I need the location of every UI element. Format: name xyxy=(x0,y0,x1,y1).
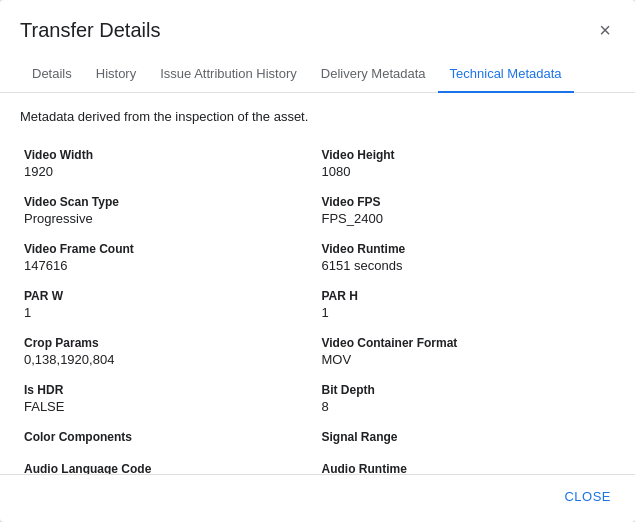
meta-item: Video Container Format MOV xyxy=(318,328,616,375)
tab-history[interactable]: History xyxy=(84,56,148,93)
section-description: Metadata derived from the inspection of … xyxy=(20,109,615,124)
meta-item: PAR H 1 xyxy=(318,281,616,328)
tab-delivery-metadata[interactable]: Delivery Metadata xyxy=(309,56,438,93)
meta-value: FPS_2400 xyxy=(322,211,612,226)
meta-item: PAR W 1 xyxy=(20,281,318,328)
meta-label: Video Height xyxy=(322,148,612,162)
meta-item: Video Frame Count 147616 xyxy=(20,234,318,281)
meta-item: Audio Language Code xyxy=(20,454,318,474)
meta-label: Audio Runtime xyxy=(322,462,612,474)
meta-label: Video FPS xyxy=(322,195,612,209)
content-area: Metadata derived from the inspection of … xyxy=(0,93,635,474)
meta-value: 0,138,1920,804 xyxy=(24,352,314,367)
meta-label: Video Frame Count xyxy=(24,242,314,256)
meta-label: Is HDR xyxy=(24,383,314,397)
meta-value: Progressive xyxy=(24,211,314,226)
meta-value: FALSE xyxy=(24,399,314,414)
meta-item: Video Height 1080 xyxy=(318,140,616,187)
meta-value: 6151 seconds xyxy=(322,258,612,273)
meta-label: Video Runtime xyxy=(322,242,612,256)
meta-item: Color Components xyxy=(20,422,318,454)
meta-item: Video Scan Type Progressive xyxy=(20,187,318,234)
tab-issue-attribution-history[interactable]: Issue Attribution History xyxy=(148,56,309,93)
meta-value: 1 xyxy=(322,305,612,320)
meta-item: Signal Range xyxy=(318,422,616,454)
tab-technical-metadata[interactable]: Technical Metadata xyxy=(438,56,574,93)
content-wrapper: Metadata derived from the inspection of … xyxy=(0,93,635,474)
transfer-details-dialog: Transfer Details × Details History Issue… xyxy=(0,0,635,522)
close-icon-button[interactable]: × xyxy=(595,16,615,44)
meta-label: PAR H xyxy=(322,289,612,303)
meta-value: 1 xyxy=(24,305,314,320)
meta-item: Video Width 1920 xyxy=(20,140,318,187)
meta-value: 8 xyxy=(322,399,612,414)
dialog-title: Transfer Details xyxy=(20,19,160,42)
metadata-grid: Video Width 1920 Video Height 1080 Video… xyxy=(20,140,615,474)
meta-item: Crop Params 0,138,1920,804 xyxy=(20,328,318,375)
close-button[interactable]: CLOSE xyxy=(560,483,615,510)
meta-label: Crop Params xyxy=(24,336,314,350)
meta-item: Is HDR FALSE xyxy=(20,375,318,422)
meta-item: Video Runtime 6151 seconds xyxy=(318,234,616,281)
dialog-header: Transfer Details × xyxy=(0,0,635,56)
meta-label: PAR W xyxy=(24,289,314,303)
dialog-footer: CLOSE xyxy=(0,474,635,522)
meta-label: Video Scan Type xyxy=(24,195,314,209)
meta-label: Bit Depth xyxy=(322,383,612,397)
meta-label: Video Container Format xyxy=(322,336,612,350)
meta-item: Audio Runtime xyxy=(318,454,616,474)
tab-details[interactable]: Details xyxy=(20,56,84,93)
meta-value: MOV xyxy=(322,352,612,367)
meta-value: 1920 xyxy=(24,164,314,179)
meta-label: Video Width xyxy=(24,148,314,162)
meta-item: Video FPS FPS_2400 xyxy=(318,187,616,234)
tab-bar: Details History Issue Attribution Histor… xyxy=(0,56,635,93)
meta-label: Color Components xyxy=(24,430,314,444)
meta-value: 1080 xyxy=(322,164,612,179)
meta-label: Signal Range xyxy=(322,430,612,444)
meta-value: 147616 xyxy=(24,258,314,273)
meta-label: Audio Language Code xyxy=(24,462,314,474)
meta-item: Bit Depth 8 xyxy=(318,375,616,422)
